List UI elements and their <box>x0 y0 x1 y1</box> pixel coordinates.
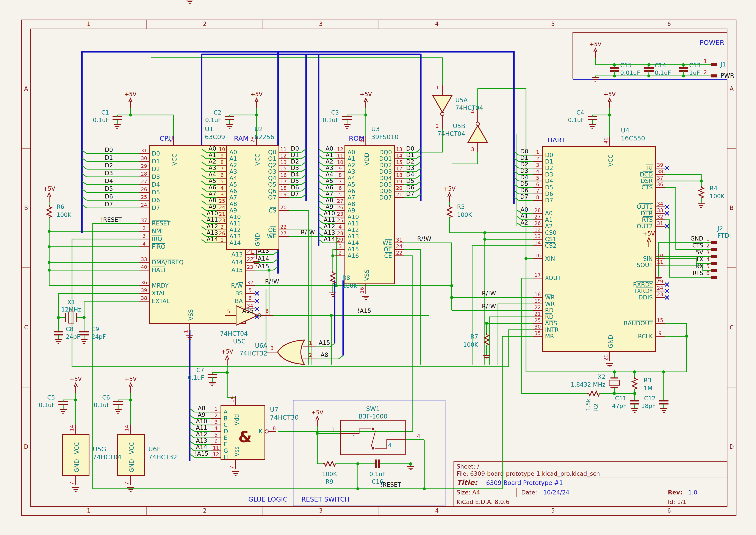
frame-row-label: D <box>24 443 28 450</box>
pin-number: 26 <box>219 231 225 236</box>
wire[interactable] <box>289 237 336 286</box>
pin-number: 7 <box>536 188 539 194</box>
junction <box>255 113 258 117</box>
net-label: D3 <box>291 165 299 171</box>
pin-number: 13 <box>280 159 286 165</box>
pin-number: 19 <box>534 298 541 304</box>
pin-name: A1 <box>347 155 355 162</box>
pin-number: 3 <box>214 419 218 425</box>
wire[interactable] <box>665 175 701 181</box>
pin-number: 30 <box>141 155 147 161</box>
resistor[interactable] <box>323 462 336 466</box>
net-label: D7 <box>291 190 299 197</box>
titleblock-date: 10/24/24 <box>543 489 569 496</box>
wire[interactable] <box>452 152 478 164</box>
pin-name: R/W <box>231 282 243 289</box>
pin-name: A14 <box>347 239 359 246</box>
frame-col-label: 6 <box>667 507 671 514</box>
pin-name: CS2 <box>545 242 556 249</box>
junction <box>662 370 665 374</box>
net-label: D0 <box>406 145 414 152</box>
pin-name: DQ1 <box>379 155 392 162</box>
wire[interactable] <box>502 336 533 489</box>
wire[interactable] <box>151 58 442 85</box>
titleblock-file: File: 6309-board-prototype-1.kicad_pro.k… <box>457 470 600 477</box>
ref-J2: J2 <box>717 225 723 232</box>
resistor[interactable] <box>331 271 335 283</box>
pin-number: 11 <box>213 445 219 451</box>
wire[interactable] <box>665 259 711 264</box>
pin-name: GND <box>73 459 80 472</box>
schematic-canvas[interactable]: 112233445566AABBCCDDSheet: /File: 6309-b… <box>0 0 756 535</box>
pin-number: 17 <box>534 272 541 278</box>
net-label: A5 <box>326 178 333 184</box>
pin-name: A9 <box>230 207 237 214</box>
pin-number: 8 <box>536 195 539 200</box>
resistor[interactable] <box>699 186 704 198</box>
cap-ref: C5 <box>47 394 55 401</box>
pin-name: D7 <box>152 205 160 211</box>
net-label-u6a_a8: A8 <box>321 352 328 358</box>
gate-U6A[interactable] <box>278 340 304 364</box>
pin-name: Q0 <box>268 149 276 155</box>
titleblock-size: Size: A4 <box>457 489 480 496</box>
wire[interactable] <box>665 265 711 270</box>
cap-ref: C3 <box>331 109 339 116</box>
gate-U5B[interactable] <box>468 126 487 142</box>
wire[interactable] <box>333 249 335 271</box>
wire[interactable] <box>404 249 420 365</box>
pin-number: 20 <box>396 185 402 191</box>
net-label: A6 <box>208 184 216 191</box>
value-U2: 62256 <box>255 133 274 141</box>
net-label: A7 <box>208 190 216 197</box>
cap-value: 0.01uF <box>620 70 640 76</box>
gate-U5A[interactable] <box>433 95 452 112</box>
net-label: A7 <box>326 190 333 197</box>
ref-SW1: SW1 <box>366 405 380 412</box>
pin-name: D5 <box>545 184 553 191</box>
net-label: A2 <box>326 158 333 165</box>
net-label: D2 <box>105 162 113 169</box>
net-label-rw_uart_rd: R/!W <box>482 303 496 310</box>
pin-name: K <box>258 428 262 435</box>
pin-name: D1 <box>545 158 553 165</box>
pin-name: A0 <box>230 149 237 155</box>
pin-number: 5 <box>536 175 539 181</box>
wire[interactable] <box>665 187 711 250</box>
wire[interactable] <box>58 294 140 318</box>
pin-name: DDIS <box>638 294 653 301</box>
connector-pad <box>711 75 717 77</box>
pin-name: A2 <box>230 162 237 168</box>
pin-number: 6 <box>249 295 252 301</box>
pin-number: 14 <box>534 240 541 245</box>
pin-name: Q5 <box>268 181 276 188</box>
wire[interactable] <box>509 330 533 367</box>
net-label: D7 <box>406 190 414 197</box>
resistor[interactable] <box>47 205 51 217</box>
wire[interactable] <box>659 243 711 277</box>
resistor[interactable] <box>447 205 452 217</box>
net-label: D6 <box>406 184 414 191</box>
net-label: D0 <box>105 147 113 153</box>
ref-U5A: U5A <box>455 97 468 104</box>
wire[interactable] <box>338 355 343 359</box>
connector-pad <box>711 248 717 251</box>
pin-name: VCC <box>254 154 261 166</box>
wire[interactable] <box>498 304 533 365</box>
wire[interactable] <box>330 344 335 347</box>
resistor[interactable] <box>632 377 637 389</box>
wire[interactable] <box>665 220 711 277</box>
ref-U7: U7 <box>270 406 279 413</box>
pin-name: Q7 <box>268 194 276 201</box>
resistor[interactable] <box>587 391 600 396</box>
net-label: A12 <box>324 223 335 230</box>
titleblock-id: Id: 1/1 <box>668 498 687 505</box>
section-glue: GLUE LOGIC <box>248 495 287 503</box>
value-U3: 39FS010 <box>371 133 399 141</box>
net-label: D5 <box>291 178 299 184</box>
power-5v-label: +5V <box>311 409 323 416</box>
net-label-rw_rom: R/!W <box>417 235 431 242</box>
net-label: D2 <box>291 158 299 165</box>
pin-number: 20 <box>280 205 286 210</box>
pin-number: 7 <box>124 482 129 485</box>
